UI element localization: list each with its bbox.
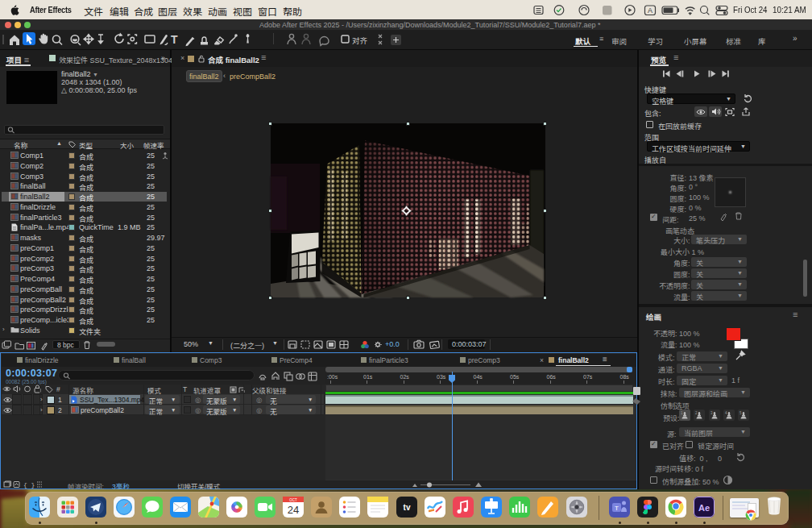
svg-text:1: 1 [681,411,683,415]
svg-text:3: 3 [710,411,713,415]
svg-text:Ae: Ae [698,503,710,513]
svg-text:T: T [171,33,178,46]
svg-text:tv: tv [404,503,411,512]
svg-text:2: 2 [695,411,698,415]
svg-text:{ }: { } [23,481,35,489]
svg-text:5: 5 [740,411,742,415]
svg-text:A: A [648,6,652,15]
svg-text:T: T [615,505,619,512]
svg-text:4: 4 [725,411,727,415]
svg-text:OCT: OCT [289,498,297,502]
svg-text:24: 24 [288,504,299,516]
